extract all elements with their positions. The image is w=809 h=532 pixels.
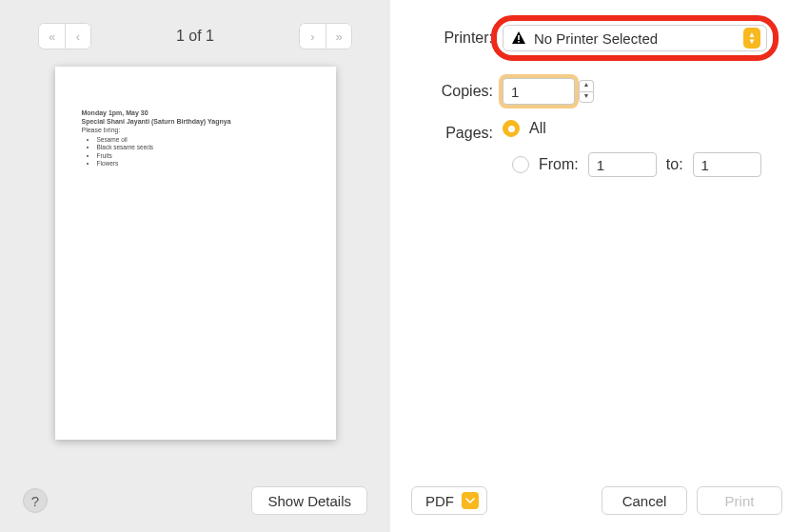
warning-icon bbox=[511, 30, 526, 46]
settings-panel: Printer: No Printer Selected ▲▼ Copies: … bbox=[390, 0, 809, 532]
svg-rect-0 bbox=[518, 35, 520, 40]
svg-rect-1 bbox=[518, 41, 520, 43]
pages-range-option: From: to: bbox=[512, 152, 782, 177]
copies-input[interactable] bbox=[503, 78, 575, 105]
printer-value: No Printer Selected bbox=[534, 30, 736, 47]
page-preview-area: Monday 1pm, May 30 Special Shani Jayanti… bbox=[0, 59, 390, 475]
chevron-left-icon: ‹ bbox=[76, 30, 80, 44]
chevron-right-icon: › bbox=[310, 30, 314, 44]
help-button[interactable]: ? bbox=[23, 488, 48, 513]
chevron-double-left-icon: « bbox=[49, 30, 55, 44]
pages-from-input[interactable] bbox=[588, 152, 657, 177]
list-item: Black sesame seeds bbox=[97, 144, 309, 151]
pages-row: Pages: All bbox=[411, 120, 782, 147]
preview-footer: ? Show Details bbox=[0, 475, 390, 532]
preview-nav: « ‹ 1 of 1 › » bbox=[0, 0, 390, 59]
copies-row: Copies: ▲ ▼ bbox=[411, 78, 782, 105]
doc-bring-label: Please bring: bbox=[82, 127, 309, 135]
pages-label: Pages: bbox=[411, 125, 503, 142]
first-page-button[interactable]: « bbox=[38, 23, 65, 49]
print-button[interactable]: Print bbox=[697, 486, 782, 515]
copies-step-down[interactable]: ▼ bbox=[579, 91, 594, 103]
pages-all-option: All bbox=[503, 120, 546, 137]
settings-footer: PDF Cancel Print bbox=[411, 486, 782, 515]
list-item: Flowers bbox=[97, 160, 309, 167]
pdf-label: PDF bbox=[425, 493, 454, 509]
copies-stepper: ▲ ▼ bbox=[579, 80, 594, 103]
show-details-button[interactable]: Show Details bbox=[251, 486, 367, 515]
pages-all-label: All bbox=[529, 120, 546, 137]
prev-page-seg: « ‹ bbox=[38, 23, 91, 49]
list-item: Fruits bbox=[97, 152, 309, 160]
printer-select[interactable]: No Printer Selected ▲▼ bbox=[503, 25, 767, 51]
pages-all-radio[interactable] bbox=[503, 120, 520, 137]
doc-line-1: Monday 1pm, May 30 bbox=[82, 109, 309, 118]
chevron-down-icon bbox=[462, 492, 479, 509]
pages-from-label: From: bbox=[539, 156, 579, 173]
cancel-button[interactable]: Cancel bbox=[602, 486, 687, 515]
preview-panel: « ‹ 1 of 1 › » Monday 1pm, May 30 Specia… bbox=[0, 0, 390, 532]
pages-to-input[interactable] bbox=[693, 152, 761, 177]
pages-range-radio[interactable] bbox=[512, 156, 529, 173]
spacer bbox=[411, 187, 782, 486]
printer-label: Printer: bbox=[411, 30, 503, 47]
next-page-seg: › » bbox=[299, 23, 352, 49]
last-page-button[interactable]: » bbox=[326, 23, 352, 49]
page-indicator: 1 of 1 bbox=[176, 28, 214, 45]
list-item: Sesame oil bbox=[97, 136, 309, 144]
pages-to-label: to: bbox=[666, 156, 683, 173]
printer-row: Printer: No Printer Selected ▲▼ bbox=[411, 25, 782, 51]
updown-icon: ▲▼ bbox=[743, 28, 760, 49]
copies-step-up[interactable]: ▲ bbox=[579, 80, 594, 91]
help-icon: ? bbox=[31, 493, 39, 509]
doc-bring-list: Sesame oil Black sesame seeds Fruits Flo… bbox=[97, 136, 309, 167]
printer-highlight: No Printer Selected ▲▼ bbox=[503, 25, 767, 51]
page-preview: Monday 1pm, May 30 Special Shani Jayanti… bbox=[55, 67, 336, 440]
doc-line-2: Special Shani Jayanti (Saturn Birthday) … bbox=[82, 118, 309, 127]
pdf-menu-button[interactable]: PDF bbox=[411, 486, 487, 515]
chevron-double-right-icon: » bbox=[335, 30, 342, 44]
prev-page-button[interactable]: ‹ bbox=[65, 23, 91, 49]
next-page-button[interactable]: › bbox=[299, 23, 326, 49]
copies-label: Copies: bbox=[411, 83, 503, 100]
